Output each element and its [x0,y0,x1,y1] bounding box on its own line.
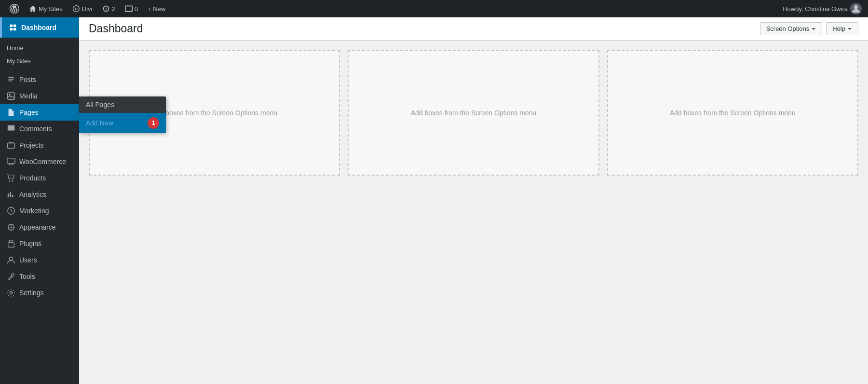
box-2-text: Add boxes from the Screen Options menu [411,109,537,117]
my-sites-button[interactable]: My Sites [25,0,67,17]
sidebar-item-pages[interactable]: Pages [0,104,79,121]
sidebar-item-appearance[interactable]: Appearance [0,219,79,235]
svg-point-8 [9,164,11,165]
submenu-add-new[interactable]: Add New 1 [79,113,166,133]
badge-count: 1 [152,120,155,126]
comments-nav-icon [7,124,15,133]
page-title: Dashboard [89,22,143,35]
top-bar: Dashboard Screen Options Help [79,17,868,41]
help-label: Help [832,25,845,32]
analytics-icon [7,190,15,199]
box-1-text: Add boxes from the Screen Options menu [151,109,277,117]
howdy-section: Howdy, Christina Gwira [783,2,862,15]
woocommerce-label: WooCommerce [19,158,66,165]
howdy-text: Howdy, Christina Gwira [783,5,848,13]
appearance-icon [7,223,15,232]
add-new-label: Add New [86,119,113,127]
add-new-badge: 1 [148,117,159,129]
marketing-label: Marketing [19,207,49,215]
help-button[interactable]: Help [826,22,858,35]
svg-rect-4 [8,93,14,99]
settings-label: Settings [19,289,44,297]
divi-button[interactable]: D Divi [68,0,96,17]
products-icon [7,174,15,182]
chevron-down-help-icon [847,27,852,31]
dashboard-content: Add boxes from the Screen Options menu A… [79,41,868,384]
comments-button[interactable]: 0 [121,0,142,17]
svg-point-5 [9,94,11,96]
users-icon [7,256,15,264]
svg-rect-7 [7,158,15,164]
new-button[interactable]: + New [144,0,169,17]
pages-icon [7,108,15,117]
sidebar-item-plugins[interactable]: Plugins [0,235,79,252]
updates-icon [102,5,110,13]
sidebar-item-woocommerce[interactable]: WooCommerce [0,153,79,170]
sidebar-item-comments[interactable]: Comments [0,121,79,137]
plugins-label: Plugins [19,240,41,247]
dashboard-icon [9,23,17,32]
screen-options-label: Screen Options [766,25,810,32]
sidebar-item-projects[interactable]: Projects [0,137,79,153]
tools-icon [7,272,15,281]
all-pages-label: All Pages [86,101,114,109]
sidebar-item-posts[interactable]: Posts [0,71,79,88]
svg-text:D: D [75,7,78,11]
comments-count: 0 [135,5,138,13]
media-label: Media [19,92,38,100]
posts-icon [7,75,15,84]
settings-icon [7,288,15,297]
home-icon [29,5,37,13]
analytics-label: Analytics [19,191,46,198]
woocommerce-icon [7,157,15,166]
dashboard-grid: Add boxes from the Screen Options menu A… [89,50,858,176]
dashboard-box-3: Add boxes from the Screen Options menu [607,50,858,176]
main-layout: Dashboard Home My Sites Posts Media Page… [0,17,868,384]
chevron-down-icon [811,27,816,31]
sidebar-item-marketing[interactable]: Marketing [0,203,79,219]
sidebar-home-link[interactable]: Home [0,41,79,55]
svg-point-10 [9,180,11,182]
dashboard-box-2: Add boxes from the Screen Options menu [348,50,599,176]
posts-label: Posts [19,76,36,83]
tools-label: Tools [19,273,35,280]
updates-button[interactable]: 2 [98,0,119,17]
sidebar-item-settings[interactable]: Settings [0,285,79,301]
svg-rect-15 [8,243,14,247]
content-area: Dashboard Screen Options Help Add boxes … [79,17,868,384]
screen-options-button[interactable]: Screen Options [760,22,823,35]
sidebar-item-analytics[interactable]: Analytics [0,186,79,203]
svg-point-17 [10,291,12,294]
top-bar-buttons: Screen Options Help [760,22,858,35]
new-label: + New [148,5,165,13]
projects-label: Projects [19,141,44,149]
comments-icon [125,5,133,13]
sidebar-item-users[interactable]: Users [0,252,79,268]
submenu-all-pages[interactable]: All Pages [79,96,166,113]
dashboard-label: Dashboard [21,24,56,31]
divi-icon: D [72,5,80,13]
divi-label: Divi [82,5,93,13]
pages-submenu: All Pages Add New 1 [79,96,166,133]
sidebar-home-section: Home My Sites [0,38,79,71]
users-label: Users [19,256,37,264]
admin-bar: My Sites D Divi 2 0 + New Howdy, Christi… [0,0,868,17]
updates-count: 2 [112,5,115,13]
box-3-text: Add boxes from the Screen Options menu [670,109,796,117]
appearance-label: Appearance [19,223,56,231]
svg-point-11 [12,180,13,182]
wp-logo-button[interactable] [6,0,23,17]
sidebar-item-media[interactable]: Media [0,88,79,104]
avatar-icon [850,2,862,15]
sidebar-mysites-link[interactable]: My Sites [0,55,79,68]
plugins-icon [7,239,15,248]
sidebar-item-products[interactable]: Products [0,170,79,186]
sidebar-item-tools[interactable]: Tools [0,268,79,285]
sidebar: Dashboard Home My Sites Posts Media Page… [0,17,79,384]
media-icon [7,92,15,100]
svg-point-16 [9,257,13,261]
products-label: Products [19,174,46,182]
comments-label: Comments [19,125,52,133]
wp-logo-icon [10,4,19,14]
sidebar-item-dashboard[interactable]: Dashboard [0,17,79,38]
